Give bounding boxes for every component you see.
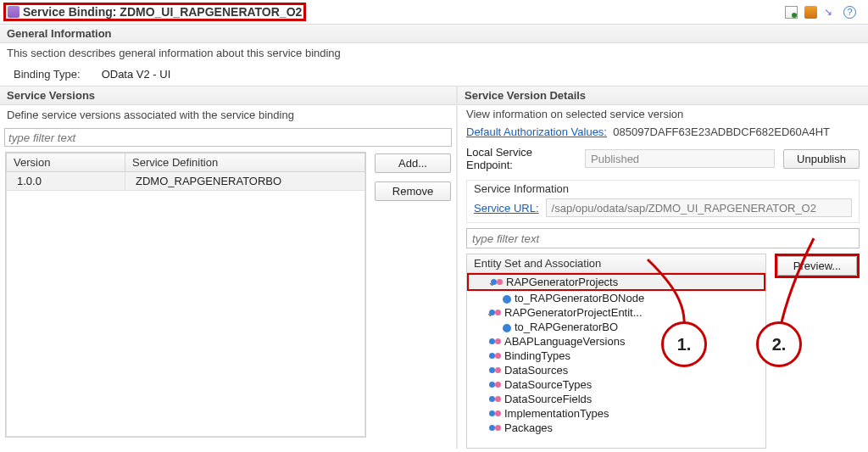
entity-set-icon bbox=[491, 276, 503, 288]
entity-col-header: Entity Set and Association bbox=[467, 254, 765, 273]
entity-set-icon bbox=[489, 408, 501, 420]
help-icon[interactable]: ? bbox=[843, 6, 856, 19]
tree-node-label: BindingTypes bbox=[504, 349, 570, 362]
tree-node-label: ImplementationTypes bbox=[504, 407, 609, 420]
service-information-group: Service Information Service URL: /sap/op… bbox=[466, 180, 860, 223]
callout-2: 2. bbox=[756, 321, 802, 367]
tree-twisty-icon[interactable]: ⌄ bbox=[472, 276, 487, 288]
toolbox-icon[interactable] bbox=[804, 6, 817, 19]
entity-set-icon bbox=[489, 365, 501, 377]
tree-node[interactable]: DataSources bbox=[467, 363, 765, 377]
tree-node-selected[interactable]: ⌄RAPGeneratorProjects bbox=[467, 273, 765, 291]
tree-node[interactable]: to_RAPGeneratorBO bbox=[467, 320, 765, 334]
preview-highlight: Preview... bbox=[775, 254, 860, 278]
versions-filter-input[interactable] bbox=[4, 128, 452, 147]
entity-table[interactable]: Entity Set and Association ⌄RAPGenerator… bbox=[466, 254, 766, 449]
service-info-title: Service Information bbox=[467, 181, 859, 197]
callout-1: 1. bbox=[661, 321, 707, 367]
binding-type-row: Binding Type: OData V2 - UI bbox=[0, 63, 868, 86]
section-details-header: Service Version Details bbox=[458, 86, 868, 105]
section-versions-header: Service Versions bbox=[0, 86, 456, 105]
binding-type-value: OData V2 - UI bbox=[102, 68, 171, 81]
cell-version: 1.0.0 bbox=[7, 172, 125, 191]
tree-node[interactable]: DataSourceTypes bbox=[467, 377, 765, 392]
tree-node[interactable]: ⌄RAPGeneratorProjectEntit... bbox=[467, 305, 765, 320]
entity-set-icon bbox=[489, 379, 501, 391]
tree-node-label: Packages bbox=[504, 421, 553, 434]
service-versions-pane: Service Versions Define service versions… bbox=[0, 86, 458, 449]
versions-table[interactable]: Version Service Definition 1.0.0 ZDMO_RA… bbox=[5, 152, 366, 438]
editor-header: Service Binding: ZDMO_UI_RAPGENERATOR_O2… bbox=[0, 0, 868, 24]
table-row[interactable]: 1.0.0 ZDMO_RAPGENERATORBO bbox=[7, 172, 365, 191]
service-url-link[interactable]: Service URL: bbox=[474, 202, 539, 215]
tree-node[interactable]: BindingTypes bbox=[467, 349, 765, 363]
tree-node-label: RAPGeneratorProjects bbox=[506, 276, 618, 288]
cell-service-def: ZDMO_RAPGENERATORBO bbox=[125, 172, 365, 191]
default-auth-value: 085097DAFF63E23ADBDCF682ED60A4HT bbox=[613, 126, 830, 138]
local-endpoint-value: Published bbox=[585, 149, 775, 168]
tree-node[interactable]: to_RAPGeneratorBONode bbox=[467, 291, 765, 305]
service-binding-icon bbox=[8, 6, 19, 18]
section-versions-subtitle: Define service versions associated with … bbox=[0, 105, 456, 125]
section-general-header: General Information bbox=[0, 24, 868, 43]
title-highlight: Service Binding: ZDMO_UI_RAPGENERATOR_O2 bbox=[3, 3, 306, 21]
tree-node[interactable]: DataSourceFields bbox=[467, 392, 765, 406]
association-icon bbox=[503, 295, 511, 304]
tree-node-label: to_RAPGeneratorBONode bbox=[515, 292, 644, 304]
section-details-subtitle: View information on selected service ver… bbox=[458, 105, 868, 123]
remove-button[interactable]: Remove bbox=[375, 181, 451, 201]
local-endpoint-label: Local Service Endpoint: bbox=[466, 146, 576, 171]
entity-set-icon bbox=[489, 422, 501, 434]
page-title: Service Binding: ZDMO_UI_RAPGENERATOR_O2 bbox=[23, 5, 302, 19]
entity-set-icon bbox=[489, 307, 501, 319]
entity-set-icon bbox=[489, 336, 501, 348]
preview-button[interactable]: Preview... bbox=[777, 256, 857, 276]
binding-type-label: Binding Type: bbox=[14, 68, 98, 81]
header-toolbar: ↘ ? bbox=[785, 6, 861, 19]
service-details-pane: Service Version Details View information… bbox=[458, 86, 868, 449]
link-icon[interactable]: ↘ bbox=[824, 6, 837, 19]
tree-node-label: DataSourceTypes bbox=[504, 378, 592, 391]
col-service-def[interactable]: Service Definition bbox=[125, 153, 365, 172]
tree-node-label: RAPGeneratorProjectEntit... bbox=[504, 306, 643, 319]
tree-node-label: DataSourceFields bbox=[504, 393, 592, 405]
tree-node[interactable]: ABAPLanguageVersions bbox=[467, 334, 765, 349]
service-url-value: /sap/opu/odata/sap/ZDMO_UI_RAPGENERATOR_… bbox=[546, 198, 852, 217]
entity-set-icon bbox=[489, 350, 501, 362]
tree-node[interactable]: Packages bbox=[467, 421, 765, 435]
tree-node-label: ABAPLanguageVersions bbox=[504, 335, 625, 348]
tree-node[interactable]: ImplementationTypes bbox=[467, 406, 765, 421]
tree-node-label: to_RAPGeneratorBO bbox=[515, 321, 618, 333]
entity-filter-input[interactable] bbox=[466, 228, 860, 248]
section-general-subtitle: This section describes general informati… bbox=[0, 43, 868, 63]
add-button[interactable]: Add... bbox=[375, 153, 451, 173]
association-icon bbox=[503, 324, 511, 332]
new-object-icon[interactable] bbox=[785, 6, 798, 19]
default-auth-link[interactable]: Default Authorization Values: bbox=[466, 126, 607, 138]
tree-node-label: DataSources bbox=[504, 364, 568, 377]
unpublish-button[interactable]: Unpublish bbox=[783, 149, 860, 169]
col-version[interactable]: Version bbox=[7, 153, 125, 172]
entity-set-icon bbox=[489, 393, 501, 405]
tree-twisty-icon[interactable]: ⌄ bbox=[470, 306, 486, 319]
